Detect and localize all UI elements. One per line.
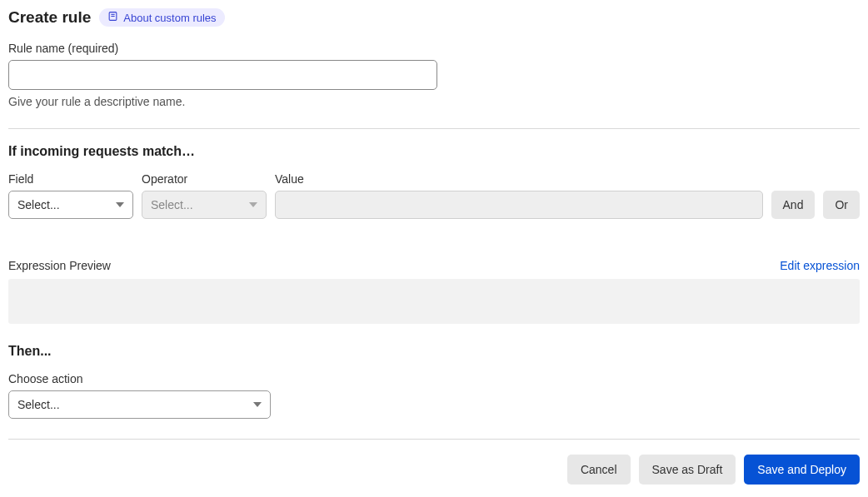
operator-select-placeholder: Select...	[151, 198, 193, 211]
divider	[8, 439, 860, 440]
expression-preview-box	[8, 279, 860, 324]
save-draft-button[interactable]: Save as Draft	[639, 455, 736, 485]
expression-preview-label: Expression Preview	[8, 259, 111, 272]
or-button[interactable]: Or	[823, 191, 860, 219]
then-section-title: Then...	[8, 344, 860, 359]
footer-actions: Cancel Save as Draft Save and Deploy	[8, 455, 860, 485]
action-select-placeholder: Select...	[17, 398, 60, 411]
rule-name-label: Rule name (required)	[8, 42, 860, 55]
value-label: Value	[275, 172, 763, 186]
operator-label: Operator	[142, 172, 267, 186]
rule-builder-row: Field Select... Operator Select... Value…	[8, 172, 860, 219]
action-select[interactable]: Select...	[8, 390, 271, 419]
save-deploy-button[interactable]: Save and Deploy	[744, 455, 860, 485]
chevron-down-icon	[249, 202, 257, 207]
rule-name-hint: Give your rule a descriptive name.	[8, 95, 860, 108]
chevron-down-icon	[116, 202, 124, 207]
edit-expression-link[interactable]: Edit expression	[780, 259, 860, 272]
rule-name-input[interactable]	[8, 60, 437, 90]
book-icon	[107, 11, 118, 24]
about-link-label: About custom rules	[123, 12, 216, 24]
about-custom-rules-link[interactable]: About custom rules	[99, 8, 224, 27]
field-select[interactable]: Select...	[8, 191, 133, 219]
operator-select[interactable]: Select...	[142, 191, 267, 219]
rule-name-section: Rule name (required) Give your rule a de…	[8, 42, 860, 108]
page-title: Create rule	[8, 8, 91, 27]
match-section-title: If incoming requests match…	[8, 144, 860, 159]
cancel-button[interactable]: Cancel	[567, 455, 631, 485]
value-input[interactable]	[275, 191, 763, 219]
and-button[interactable]: And	[771, 191, 816, 219]
field-select-placeholder: Select...	[17, 198, 60, 211]
field-label: Field	[8, 172, 133, 186]
choose-action-label: Choose action	[8, 372, 860, 385]
chevron-down-icon	[253, 402, 262, 407]
divider	[8, 128, 860, 129]
